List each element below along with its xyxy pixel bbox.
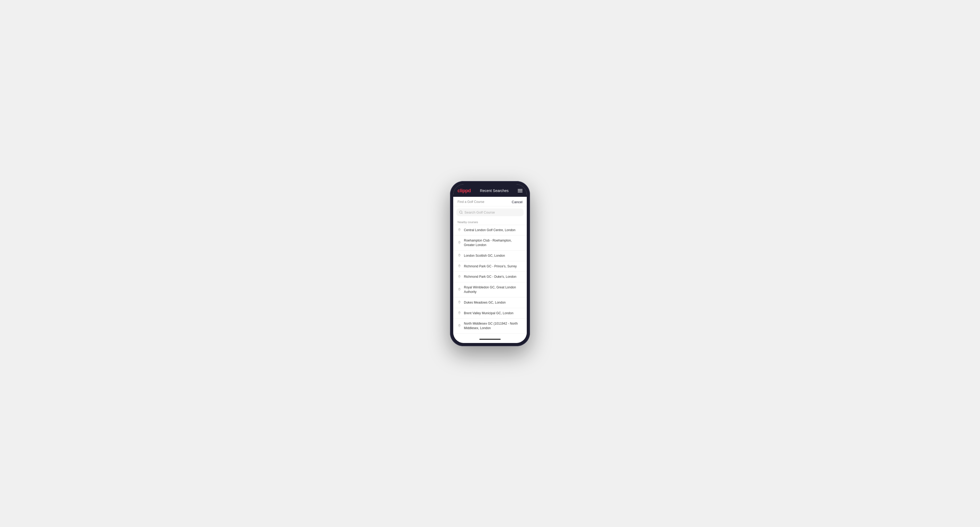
search-icon (459, 210, 463, 214)
list-item[interactable]: London Scottish GC, London (453, 251, 527, 261)
svg-point-9 (459, 312, 460, 313)
list-item[interactable]: Brent Valley Municipal GC, London (453, 308, 527, 319)
location-pin-icon (458, 275, 461, 279)
course-name: Central London Golf Centre, London (464, 228, 515, 232)
menu-icon (518, 192, 522, 192)
svg-point-2 (459, 229, 460, 230)
list-item[interactable]: Central London Golf Centre, London (453, 225, 527, 236)
list-item[interactable]: Richmond Park GC - Prince's, Surrey (453, 261, 527, 272)
menu-icon (518, 189, 522, 190)
location-pin-icon (458, 324, 461, 328)
location-pin-icon (458, 301, 461, 305)
nearby-courses-header: Nearby courses (453, 218, 527, 225)
course-list: Central London Golf Centre, LondonRoeham… (453, 225, 527, 335)
cancel-button[interactable]: Cancel (512, 200, 522, 204)
list-item[interactable]: Royal Wimbledon GC, Great London Authori… (453, 282, 527, 297)
list-item[interactable]: Roehampton Club - Roehampton, Greater Lo… (453, 235, 527, 251)
location-pin-icon (458, 254, 461, 257)
svg-point-4 (459, 255, 460, 256)
course-name: North Middlesex GC (1011942 - North Midd… (464, 321, 522, 330)
phone-screen: clippd Recent Searches Find a Golf Cours… (453, 184, 527, 343)
search-box (457, 208, 523, 216)
svg-point-10 (459, 325, 460, 326)
content-area: Find a Golf Course Cancel Nearby courses… (453, 197, 527, 335)
list-item[interactable]: Richmond Park GC - Duke's, London (453, 271, 527, 282)
course-name: Royal Wimbledon GC, Great London Authori… (464, 285, 522, 294)
phone-frame: clippd Recent Searches Find a Golf Cours… (450, 181, 530, 346)
location-pin-icon (458, 264, 461, 268)
menu-icon (518, 190, 522, 191)
app-header: clippd Recent Searches (453, 184, 527, 197)
location-pin-icon (458, 288, 461, 292)
location-pin-icon (458, 241, 461, 245)
svg-line-1 (462, 213, 463, 214)
svg-point-6 (459, 276, 460, 277)
list-item[interactable]: North Middlesex GC (1011942 - North Midd… (453, 319, 527, 334)
course-name: London Scottish GC, London (464, 254, 505, 258)
course-name: Brent Valley Municipal GC, London (464, 311, 514, 316)
search-input[interactable] (465, 210, 521, 214)
svg-point-3 (459, 242, 460, 243)
find-label: Find a Golf Course (458, 200, 484, 204)
search-container (453, 206, 527, 218)
app-logo: clippd (458, 188, 471, 194)
find-golf-header: Find a Golf Course Cancel (453, 197, 527, 206)
svg-point-8 (459, 302, 460, 303)
svg-point-5 (459, 265, 460, 266)
svg-point-7 (459, 289, 460, 289)
home-indicator (453, 335, 527, 343)
menu-button[interactable] (518, 189, 522, 192)
course-name: Richmond Park GC - Prince's, Surrey (464, 264, 517, 269)
course-name: Richmond Park GC - Duke's, London (464, 275, 516, 279)
location-pin-icon (458, 311, 461, 315)
list-item[interactable]: Dukes Meadows GC, London (453, 297, 527, 308)
course-name: Dukes Meadows GC, London (464, 300, 506, 305)
page-title: Recent Searches (480, 189, 508, 193)
location-pin-icon (458, 228, 461, 232)
course-name: Roehampton Club - Roehampton, Greater Lo… (464, 238, 522, 248)
home-bar (479, 339, 501, 340)
